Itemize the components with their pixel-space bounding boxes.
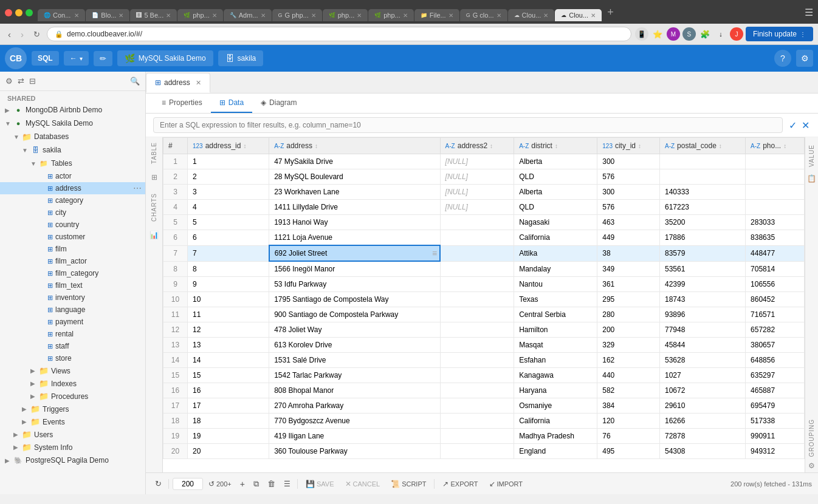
table-cell[interactable]: QLD [514, 200, 597, 215]
connection-tab-2[interactable]: 🗄 sakila [218, 50, 264, 66]
ext-icon-3[interactable]: M [667, 27, 680, 41]
tree-item-payment[interactable]: ⊞ payment [0, 316, 145, 328]
table-row[interactable]: 881566 Inegöl ManorMandalay3495356170581… [163, 261, 805, 277]
table-cell[interactable]: 949312 [746, 444, 805, 459]
script-btn[interactable]: 📜 SCRIPT [387, 478, 430, 490]
table-cell[interactable]: 449 [597, 230, 660, 246]
refresh-btn[interactable]: ↻ [152, 477, 165, 490]
table-cell[interactable]: 1913 Hanoi Way [269, 215, 440, 230]
filter-clear-btn[interactable]: ✕ [800, 118, 811, 132]
table-cell[interactable]: 14 [188, 353, 269, 368]
panel-icon-grid[interactable]: ⊞ [148, 171, 160, 183]
table-cell[interactable]: Masqat [514, 338, 597, 353]
table-cell[interactable]: 10 [188, 292, 269, 307]
table-cell[interactable]: 860452 [746, 292, 805, 307]
tree-item-mysql[interactable]: ▼ ● MySQL Sakila Demo [0, 117, 145, 130]
table-cell[interactable] [746, 185, 805, 200]
table-cell[interactable]: 45844 [659, 338, 745, 353]
table-cell[interactable]: 1411 Lillydale Drive [269, 200, 440, 215]
table-cell[interactable] [440, 353, 514, 368]
table-cell[interactable]: Texas [514, 292, 597, 307]
table-cell[interactable]: Alberta [514, 154, 597, 169]
table-row[interactable]: 1818770 Bydgoszcz AvenueCalifornia120162… [163, 414, 805, 429]
table-cell[interactable]: 47 MySakila Drive [269, 154, 440, 169]
table-cell[interactable] [440, 292, 514, 307]
table-row[interactable]: 2228 MySQL Boulevard[NULL]QLD576 [163, 169, 805, 185]
table-cell[interactable]: 120 [597, 414, 660, 429]
app-logo[interactable]: CB [5, 47, 27, 69]
cancel-btn[interactable]: ✕ CANCEL [341, 478, 385, 490]
browser-menu-icon[interactable]: ☰ [805, 7, 813, 18]
table-cell[interactable]: 808 Bhopal Manor [269, 383, 440, 398]
row-number-cell[interactable]: 20 [163, 444, 188, 459]
settings-icon[interactable]: ⚙ [796, 50, 813, 67]
table-cell[interactable]: 270 Amroha Parkway [269, 398, 440, 414]
row-number-cell[interactable]: 11 [163, 307, 188, 322]
tree-item-staff[interactable]: ⊞ staff [0, 340, 145, 352]
tree-item-actor[interactable]: ⊞ actor [0, 170, 145, 182]
col-header-address[interactable]: A-Z address ↕ [269, 138, 440, 154]
table-cell[interactable]: 582 [597, 383, 660, 398]
row-number-cell[interactable]: 2 [163, 169, 188, 185]
table-cell[interactable] [440, 444, 514, 459]
table-row[interactable]: 2020360 Toulouse ParkwayEngland495543089… [163, 444, 805, 459]
table-cell[interactable]: 380657 [746, 338, 805, 353]
reload-button[interactable]: ↻ [30, 29, 43, 40]
table-cell[interactable]: 13 [188, 338, 269, 353]
tree-item-inventory[interactable]: ⊞ inventory [0, 291, 145, 304]
sql-button[interactable]: SQL [32, 51, 59, 66]
filter-input[interactable] [153, 117, 783, 133]
table-cell[interactable]: 20 [188, 444, 269, 459]
table-cell[interactable] [440, 277, 514, 292]
add-row-btn[interactable]: + [237, 477, 248, 491]
table-cell[interactable]: 295 [597, 292, 660, 307]
table-cell[interactable]: 10672 [659, 383, 745, 398]
charts-icon[interactable]: 📊 [148, 229, 160, 241]
row-number-cell[interactable]: 17 [163, 398, 188, 414]
table-cell[interactable]: 440 [597, 368, 660, 383]
table-cell[interactable]: 6 [188, 230, 269, 246]
table-cell[interactable]: 990911 [746, 429, 805, 444]
table-panel-label[interactable]: TABLE [150, 137, 159, 169]
table-cell[interactable]: [NULL] [440, 185, 514, 200]
tree-item-film[interactable]: ⊞ film [0, 243, 145, 255]
row-number-cell[interactable]: 8 [163, 261, 188, 277]
table-cell[interactable]: Nagasaki [514, 215, 597, 230]
table-cell[interactable]: 617223 [659, 200, 745, 215]
table-cell[interactable]: 53561 [659, 261, 745, 277]
table-cell[interactable]: 2 [188, 169, 269, 185]
ext-icon-2[interactable]: ⭐ [651, 27, 664, 41]
table-cell[interactable]: Alberta [514, 185, 597, 200]
tree-item-views[interactable]: ▶ 📁 Views [0, 364, 145, 377]
sub-tab-data[interactable]: ⊞ Data [211, 94, 252, 113]
table-row[interactable]: 1919419 Iligan LaneMadhya Pradesh7672878… [163, 429, 805, 444]
traffic-light-yellow[interactable] [15, 9, 22, 16]
browser-tab-2[interactable]: 📄Blo...✕ [86, 9, 129, 21]
tree-item-triggers[interactable]: ▶ 📁 Triggers [0, 403, 145, 415]
table-cell[interactable]: 838635 [746, 230, 805, 246]
row-number-cell[interactable]: 13 [163, 338, 188, 353]
row-number-cell[interactable]: 4 [163, 200, 188, 215]
tree-item-tables[interactable]: ▼ 📁 Tables [0, 157, 145, 170]
table-cell[interactable] [440, 245, 514, 261]
table-row[interactable]: 1147 MySakila Drive[NULL]Alberta300 [163, 154, 805, 169]
table-cell[interactable]: 140333 [659, 185, 745, 200]
table-cell[interactable]: Mandalay [514, 261, 597, 277]
table-cell[interactable]: 53 Idfu Parkway [269, 277, 440, 292]
table-cell[interactable]: Nantou [514, 277, 597, 292]
row-number-cell[interactable]: 9 [163, 277, 188, 292]
tab-close[interactable]: ✕ [261, 12, 266, 19]
tree-item-address[interactable]: ⊞ address ⋯ [0, 182, 145, 194]
table-cell[interactable]: 648856 [746, 353, 805, 368]
table-cell[interactable] [440, 414, 514, 429]
sidebar-collapse-btn[interactable]: ⊟ [27, 75, 38, 87]
export-btn[interactable]: ↗ EXPORT [438, 478, 482, 490]
table-cell[interactable]: 384 [597, 398, 660, 414]
table-row[interactable]: 1717270 Amroha ParkwayOsmaniye3842961069… [163, 398, 805, 414]
row-number-cell[interactable]: 18 [163, 414, 188, 429]
table-cell[interactable] [440, 429, 514, 444]
ext-icon-5[interactable]: 🧩 [698, 27, 712, 41]
table-cell[interactable]: Central Serbia [514, 307, 597, 322]
table-row[interactable]: 77692 Joliet Street≡Attika3883579448477 [163, 245, 805, 261]
table-cell[interactable]: 72878 [659, 429, 745, 444]
